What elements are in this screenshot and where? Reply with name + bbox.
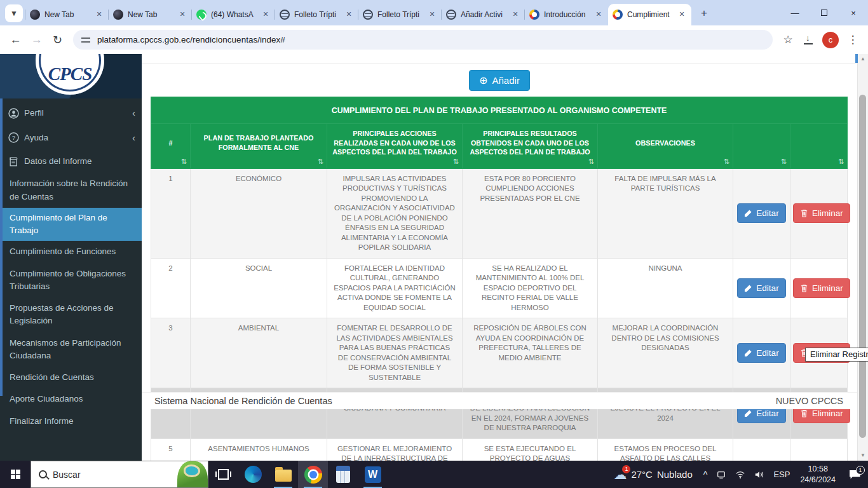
sidebar-item-cumplimiento-funciones[interactable]: Cumplimiento de Funciones xyxy=(0,241,142,262)
sidebar-item-ayuda[interactable]: ? Ayuda ‹ xyxy=(0,126,142,151)
volume-icon[interactable] xyxy=(750,470,769,479)
maximize-icon xyxy=(821,10,827,16)
column-header-num[interactable]: #⇅ xyxy=(151,124,191,169)
taskbar-search[interactable]: Buscar xyxy=(31,461,208,488)
close-icon[interactable]: × xyxy=(427,10,437,20)
sidebar-scrollbar[interactable] xyxy=(0,98,3,396)
taskbar-clock[interactable]: 10:58 24/6/2024 xyxy=(794,464,841,485)
scroll-up-arrow[interactable]: ▲ xyxy=(858,54,868,64)
scroll-down-arrow[interactable]: ▼ xyxy=(858,451,868,461)
reload-button[interactable]: ↻ xyxy=(47,29,68,50)
sidebar-item-propuestas-legislacion[interactable]: Propuestas de Acciones de Legislación xyxy=(0,297,142,332)
delete-tooltip: Eliminar Registro xyxy=(805,348,868,362)
weather-widget[interactable]: ☁1 27°C Nublado xyxy=(607,468,698,481)
page-footer: Sistema Nacional de Rendición de Cuentas… xyxy=(142,392,857,409)
wifi-icon[interactable] xyxy=(731,470,750,479)
taskbar-edge[interactable] xyxy=(238,461,268,488)
column-header-observaciones[interactable]: OBSERVACIONES⇅ xyxy=(598,124,733,169)
column-header-eliminar[interactable]: ⇅ xyxy=(790,124,848,169)
delete-button[interactable]: Eliminar xyxy=(793,278,850,298)
sort-icon[interactable]: ⇅ xyxy=(181,157,187,166)
column-header-acciones[interactable]: PRINCIPALES ACCIONES REALIZADAS EN CADA … xyxy=(327,124,463,169)
add-button[interactable]: ⊕ Añadir xyxy=(469,70,530,91)
close-icon[interactable]: × xyxy=(593,10,604,20)
edit-button[interactable]: Editar xyxy=(737,203,785,223)
close-icon[interactable]: × xyxy=(344,10,354,20)
task-view-button[interactable] xyxy=(208,461,238,488)
close-window-button[interactable]: × xyxy=(839,0,868,25)
column-header-resultados[interactable]: PRINCIPALES RESULTADOS OBTENIDOS EN CADA… xyxy=(463,124,598,169)
search-highlight-image[interactable] xyxy=(177,461,208,487)
tor-icon xyxy=(30,10,40,20)
taskbar-file-explorer[interactable] xyxy=(268,461,298,488)
start-button[interactable] xyxy=(0,461,31,488)
new-tab-button[interactable]: + xyxy=(695,4,713,22)
trash-icon xyxy=(800,284,808,292)
maximize-button[interactable] xyxy=(810,0,839,25)
menu-dots-icon[interactable]: ⋮ xyxy=(843,33,863,46)
sort-icon[interactable]: ⇅ xyxy=(588,157,594,166)
url-text[interactable]: plataforma.cpccs.gob.ec/rendicioncuentas… xyxy=(97,35,285,44)
cpccs-icon xyxy=(529,10,539,20)
edit-button[interactable]: Editar xyxy=(737,343,785,363)
notification-center-button[interactable]: 1 xyxy=(841,470,868,479)
close-icon[interactable]: × xyxy=(510,10,520,20)
back-button[interactable]: ← xyxy=(5,29,26,50)
page: CPCS Perfil ‹ ? Ayuda ‹ Datos del Inform… xyxy=(0,54,868,461)
language-indicator[interactable]: ESP xyxy=(769,470,794,479)
browser-tabstrip: ▼ New Tab × New Tab × (64) WhatsA × Foll… xyxy=(0,0,868,25)
taskbar-tray: ☁1 27°C Nublado ^ ESP 10:58 24/6/2024 1 xyxy=(607,461,868,488)
column-header-plan[interactable]: PLAN DE TRABAJO PLANTEADO FORMALMENTE AL… xyxy=(191,124,327,169)
close-icon[interactable]: × xyxy=(677,10,687,20)
sort-icon[interactable]: ⇅ xyxy=(724,157,729,166)
sidebar-item-finalizar-informe[interactable]: Finalizar Informe xyxy=(0,410,142,432)
weather-condition: Nublado xyxy=(657,469,693,480)
column-header-editar[interactable]: ⇅ xyxy=(733,124,790,169)
browser-tab[interactable]: New Tab × xyxy=(25,4,109,25)
browser-tab[interactable]: Añadir Activi × xyxy=(442,4,525,25)
minimize-button[interactable]: — xyxy=(780,0,810,25)
profile-avatar[interactable]: c xyxy=(822,32,839,48)
browser-tab[interactable]: New Tab × xyxy=(109,4,192,25)
sidebar-item-aporte-ciudadanos[interactable]: Aporte Ciudadanos xyxy=(0,388,142,410)
tab-search-button[interactable]: ▼ xyxy=(5,4,23,22)
sort-icon[interactable]: ⇅ xyxy=(838,157,844,166)
scrollbar-thumb[interactable] xyxy=(859,95,866,438)
delete-button[interactable]: Eliminar xyxy=(793,203,850,223)
close-icon[interactable]: × xyxy=(177,10,187,20)
tray-expand-icon[interactable]: ^ xyxy=(699,470,712,480)
bookmark-star-icon[interactable]: ☆ xyxy=(778,33,798,46)
edit-button[interactable]: Editar xyxy=(737,278,785,298)
browser-tab[interactable]: Folleto Trípti × xyxy=(275,4,358,25)
sidebar-item-rendicion-cuentas[interactable]: Rendición de Cuentas xyxy=(0,367,142,388)
browser-tab[interactable]: (64) WhatsA × xyxy=(192,4,275,25)
tab-search-icon: ▼ xyxy=(10,9,18,18)
cast-icon[interactable] xyxy=(712,470,731,479)
sidebar-logo-header: CPCS xyxy=(0,54,142,98)
download-icon[interactable] xyxy=(798,36,818,44)
sort-icon[interactable]: ⇅ xyxy=(453,157,459,166)
close-icon[interactable]: × xyxy=(94,10,104,20)
browser-tab-active[interactable]: Cumplimient × xyxy=(608,4,691,25)
address-bar[interactable]: plataforma.cpccs.gob.ec/rendicioncuentas… xyxy=(73,30,773,50)
site-info-icon[interactable] xyxy=(81,36,92,44)
browser-tab[interactable]: Folleto Trípti × xyxy=(358,4,442,25)
chrome-icon xyxy=(304,466,322,484)
cell-observaciones: FALTA DE IMPULSAR MÁS LA PARTE TURÍSTICA… xyxy=(598,168,733,258)
sidebar-item-datos-informe[interactable]: Datos del Informe xyxy=(0,150,142,173)
sidebar-item-cumplimiento-plan[interactable]: Cumplimiento del Plan de Trabajo xyxy=(0,208,142,241)
sidebar-item-obligaciones-tributarias[interactable]: Cumplimiento de Obligaciones Tributarias xyxy=(0,263,142,298)
taskbar-chrome[interactable] xyxy=(298,461,328,488)
page-scrollbar[interactable]: ▲ ▼ xyxy=(857,54,868,461)
sidebar-item-informacion-rendicion[interactable]: Información sobre la Rendición de Cuenta… xyxy=(0,173,142,208)
sort-icon[interactable]: ⇅ xyxy=(781,157,787,166)
cell-plan: AMBIENTAL xyxy=(191,318,327,388)
sort-icon[interactable]: ⇅ xyxy=(318,157,323,166)
taskbar-calculator[interactable] xyxy=(328,461,358,488)
browser-tab[interactable]: Introducción × xyxy=(525,4,608,25)
close-icon[interactable]: × xyxy=(261,10,271,20)
taskbar-word[interactable]: W xyxy=(358,461,388,488)
sidebar-item-mecanismos-participacion[interactable]: Mecanismos de Participación Ciudadana xyxy=(0,332,142,367)
svg-text:?: ? xyxy=(12,134,15,141)
sidebar-item-perfil[interactable]: Perfil ‹ xyxy=(0,101,142,126)
